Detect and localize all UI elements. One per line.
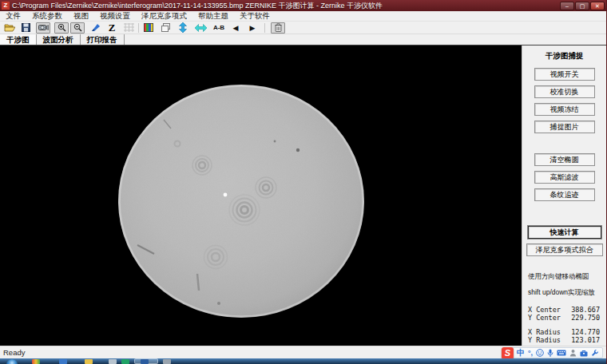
zernike-fit-button[interactable]: 泽尼克多项式拟合: [526, 243, 603, 256]
panel-title: 干涉图捕捉: [546, 51, 584, 61]
hint-move-ellipse: 使用方向键移动椭圆: [522, 272, 589, 282]
control-panel: 干涉图捕捉 视频开关 校准切换 视频冻结 捕捉图片 清空椭圆 高斯滤波 条纹追迹…: [522, 46, 606, 346]
readout-label: X Center: [528, 306, 561, 314]
taskbar-app-icon[interactable]: [141, 359, 149, 364]
status-text: Ready: [0, 348, 529, 357]
color-bars-icon[interactable]: [142, 22, 155, 34]
readout-label: X Radius: [528, 328, 561, 336]
close-button[interactable]: ✕: [590, 2, 605, 10]
readout-x-center: X Center 388.667: [528, 306, 600, 314]
app-icon: Z: [2, 2, 10, 10]
start-orb-icon[interactable]: [6, 359, 18, 364]
toolbar: Z A-B ◀ ▶: [0, 22, 606, 34]
readout-y-center: Y Center 229.750: [528, 314, 600, 322]
readout-y-radius: Y Radius 123.017: [528, 336, 600, 344]
menu-bar: 文件 系统参数 视图 视频设置 泽尼克多项式 帮助主题 关于软件: [0, 11, 606, 22]
readout-value: 124.770: [571, 328, 600, 336]
taskbar-app-icon[interactable]: [163, 359, 171, 364]
readout-value: 388.667: [571, 306, 600, 314]
hint-zoom: shift up/down实现缩放: [522, 288, 595, 298]
sogou-logo-icon[interactable]: S: [502, 347, 514, 359]
maximize-button[interactable]: ▢: [575, 2, 589, 10]
menu-file[interactable]: 文件: [0, 11, 26, 22]
status-bar: Ready (X:788, Y:238, R:0 G S 中 °,: [0, 346, 606, 358]
camera-icon[interactable]: [36, 22, 50, 34]
cascade-windows-icon[interactable]: [159, 22, 172, 34]
minimize-button[interactable]: –: [560, 2, 574, 10]
capture-image-button[interactable]: 捕捉图片: [534, 121, 595, 133]
window-title: C:\Program Files\Zernike\Zernike\interfe…: [12, 1, 557, 11]
taskbar-app-icon[interactable]: [85, 359, 93, 364]
readout-value: 123.017: [571, 336, 600, 344]
zoom-in-icon[interactable]: [54, 22, 69, 34]
ime-wrench-icon[interactable]: [591, 349, 599, 357]
horizontal-arrows-icon[interactable]: [194, 22, 207, 34]
ime-microphone-icon[interactable]: [547, 349, 553, 358]
open-file-icon[interactable]: [3, 22, 16, 34]
readout-label: Y Center: [528, 314, 561, 322]
clear-ellipse-button[interactable]: 清空椭圆: [534, 153, 595, 166]
menu-system-params[interactable]: 系统参数: [26, 11, 68, 22]
taskbar-app-icon[interactable]: [32, 359, 40, 364]
taskbar-app-icon[interactable]: [59, 359, 67, 364]
interferogram-canvas[interactable]: [0, 46, 522, 346]
ime-keyboard-icon[interactable]: [557, 350, 566, 356]
prev-icon[interactable]: ◀: [229, 22, 242, 34]
fringe-trace-button[interactable]: 条纹追迹: [534, 188, 595, 201]
ime-punctuation-icon[interactable]: °,: [528, 349, 533, 357]
zernike-z-icon[interactable]: Z: [105, 22, 118, 34]
tab-print-report[interactable]: 打印报告: [81, 34, 125, 45]
title-bar: Z C:\Program Files\Zernike\Zernike\inter…: [0, 0, 606, 11]
tab-bar: 干涉图 波面分析 打印报告: [0, 34, 606, 46]
vertical-arrows-icon[interactable]: [177, 22, 189, 34]
application-window: Z C:\Program Files\Zernike\Zernike\inter…: [0, 0, 607, 364]
readout-label: Y Radius: [528, 336, 561, 344]
gaussian-filter-button[interactable]: 高斯滤波: [534, 171, 595, 184]
pen-icon[interactable]: [89, 22, 102, 34]
grid-icon[interactable]: [122, 22, 135, 34]
ime-language-toggle-icon[interactable]: 中: [517, 348, 525, 358]
tab-interferogram[interactable]: 干涉图: [0, 34, 37, 45]
menu-zernike-polynomial[interactable]: 泽尼克多项式: [136, 11, 192, 22]
menu-help[interactable]: 帮助主题: [192, 11, 234, 22]
ime-user-icon[interactable]: [569, 349, 577, 357]
ime-toolbar: S 中 °,: [506, 347, 603, 358]
ab-compare-button[interactable]: A-B: [212, 22, 225, 34]
menu-video-settings[interactable]: 视频设置: [94, 11, 136, 22]
menu-view[interactable]: 视图: [68, 11, 94, 22]
menu-about[interactable]: 关于软件: [234, 11, 276, 22]
readout-x-radius: X Radius 124.770: [528, 328, 600, 336]
video-switch-button[interactable]: 视频开关: [534, 68, 595, 81]
next-icon[interactable]: ▶: [246, 22, 259, 34]
windows-taskbar[interactable]: [0, 358, 606, 364]
taskbar-app-icon[interactable]: [109, 359, 117, 364]
delete-icon[interactable]: [271, 22, 285, 34]
video-freeze-button[interactable]: 视频冻结: [534, 103, 595, 116]
quick-calculate-button[interactable]: 快速计算: [528, 226, 601, 239]
calibration-toggle-button[interactable]: 校准切换: [534, 85, 595, 98]
ellipse-readouts: X Center 388.667 Y Center 229.750 X Radi…: [522, 306, 606, 344]
ime-emoji-icon[interactable]: [536, 349, 544, 357]
taskbar-app-icon[interactable]: [121, 359, 129, 364]
save-icon[interactable]: [19, 22, 32, 34]
zoom-out-icon[interactable]: [70, 22, 85, 34]
ime-toolbox-icon[interactable]: [580, 350, 588, 357]
tab-wavefront-analysis[interactable]: 波面分析: [37, 34, 81, 45]
readout-value: 229.750: [571, 314, 600, 322]
